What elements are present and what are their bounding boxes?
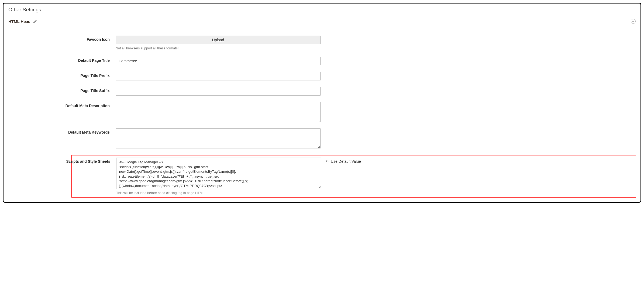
form-area: Favicon Icon Upload Not all browsers sup… <box>8 36 636 198</box>
label-default-meta-keywords: Default Meta Keywords <box>8 128 116 134</box>
page-title-prefix-input[interactable] <box>116 72 321 80</box>
label-default-page-title: Default Page Title <box>8 57 116 63</box>
pencil-icon[interactable] <box>33 19 37 23</box>
scripts-hint: This will be included before head closin… <box>116 191 321 195</box>
row-page-title-suffix: Page Title Suffix <box>8 87 636 96</box>
default-meta-keywords-input[interactable] <box>116 128 321 148</box>
undo-icon[interactable] <box>325 160 329 163</box>
label-favicon: Favicon Icon <box>8 36 116 42</box>
use-default-value-link[interactable]: Use Default Value <box>331 159 361 164</box>
row-page-title-prefix: Page Title Prefix <box>8 72 636 80</box>
row-default-meta-keywords: Default Meta Keywords <box>8 128 636 148</box>
row-default-page-title: Default Page Title <box>8 57 636 65</box>
label-page-title-prefix: Page Title Prefix <box>8 72 116 78</box>
section-title: HTML Head <box>8 19 30 24</box>
label-default-meta-description: Default Meta Description <box>8 102 116 108</box>
row-default-meta-description: Default Meta Description <box>8 102 636 122</box>
label-scripts: Scripts and Style Sheets <box>8 158 116 164</box>
row-favicon: Favicon Icon Upload Not all browsers sup… <box>8 36 636 50</box>
collapse-toggle-icon[interactable] <box>631 19 636 24</box>
section-bar: HTML Head <box>8 18 636 25</box>
favicon-hint: Not all browsers support all these forma… <box>116 46 321 50</box>
label-page-title-suffix: Page Title Suffix <box>8 87 116 93</box>
page-title-suffix-input[interactable] <box>116 87 321 96</box>
scripts-highlight-box: Scripts and Style Sheets This will be in… <box>71 155 636 198</box>
page-header: Other Settings <box>8 5 636 15</box>
upload-button[interactable]: Upload <box>116 36 321 44</box>
default-page-title-input[interactable] <box>116 57 321 65</box>
row-scripts: Scripts and Style Sheets This will be in… <box>8 158 634 195</box>
default-meta-description-input[interactable] <box>116 102 321 122</box>
settings-panel: Other Settings HTML Head Favicon Icon Up… <box>3 3 641 203</box>
scripts-input[interactable] <box>116 158 321 189</box>
